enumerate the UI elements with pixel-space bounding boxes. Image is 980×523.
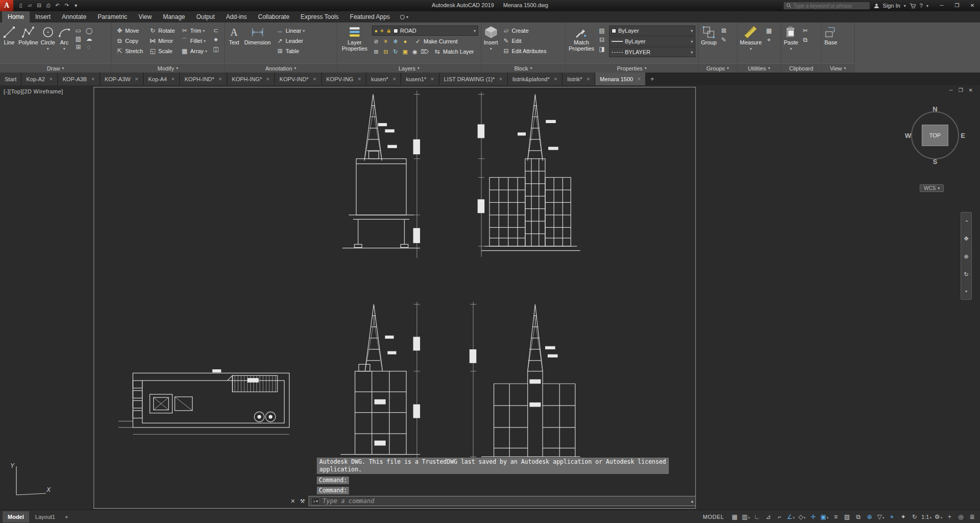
panel-label-block[interactable]: Block▾ bbox=[481, 63, 565, 73]
command-input-container[interactable]: ›▾ ▴ bbox=[309, 496, 696, 506]
dropdown-arrow-icon[interactable]: ▾ bbox=[203, 29, 205, 33]
viewport-controls[interactable]: [-][Top][2D Wireframe] bbox=[4, 88, 63, 94]
navigation-wheel-icon[interactable]: ◔ bbox=[965, 218, 968, 224]
layer-tool-icon[interactable]: ↻ bbox=[391, 49, 400, 55]
close-tab-icon[interactable]: ✕ bbox=[499, 77, 503, 82]
ortho-icon[interactable]: ⌐ bbox=[774, 512, 785, 522]
ribbon-tab-featured-apps[interactable]: Featured Apps bbox=[344, 11, 395, 22]
layer-tool-icon[interactable]: ❄ bbox=[391, 38, 400, 45]
redo-icon[interactable]: ↷ bbox=[62, 2, 71, 10]
text-button[interactable]: A Text bbox=[227, 24, 241, 45]
file-tab[interactable]: KOPH-ING*✕ bbox=[227, 73, 275, 85]
file-tab[interactable]: Start bbox=[0, 73, 21, 85]
osnap-tracking-icon[interactable]: ✛ bbox=[808, 512, 819, 522]
gizmo-icon[interactable]: ⌖ bbox=[886, 512, 897, 522]
doc-close-icon[interactable]: ✕ bbox=[969, 87, 973, 93]
close-tab-icon[interactable]: ✕ bbox=[171, 77, 175, 82]
panel-label-layers[interactable]: Layers▾ bbox=[337, 63, 481, 73]
ribbon-tab-view[interactable]: View bbox=[133, 11, 157, 22]
command-prompt-icon[interactable]: ›▾ bbox=[311, 497, 320, 505]
command-customize-icon[interactable]: ⚒ bbox=[299, 498, 306, 505]
draw-tool-icon[interactable]: ◌ bbox=[84, 43, 94, 51]
model-space-tab[interactable]: Model bbox=[3, 511, 29, 522]
viewcube-south[interactable]: S bbox=[933, 158, 938, 165]
ribbon-display-toggle[interactable]: ▾ bbox=[395, 11, 413, 22]
lineweight-icon[interactable]: ≡ bbox=[830, 512, 841, 522]
doc-minimize-icon[interactable]: ─ bbox=[949, 87, 953, 93]
help-search[interactable] bbox=[783, 2, 870, 10]
scale-button[interactable]: ◱Scale bbox=[147, 46, 176, 56]
create-block-button[interactable]: ▱Create bbox=[501, 26, 548, 36]
infer-constraints-icon[interactable]: ∟ bbox=[752, 512, 762, 522]
file-tab[interactable]: KOPV-ING✕ bbox=[322, 73, 367, 85]
dropdown-arrow-icon[interactable]: ▾ bbox=[47, 46, 49, 52]
lineweight-dropdown[interactable]: ByLayer▾ bbox=[609, 36, 695, 46]
group-edit-icon[interactable]: ✎ bbox=[719, 36, 729, 43]
autoscale-icon[interactable]: ↻ bbox=[909, 512, 920, 522]
close-tab-icon[interactable]: ✕ bbox=[358, 77, 362, 82]
modify-tool-icon[interactable]: ◫ bbox=[212, 45, 221, 53]
dropdown-arrow-icon[interactable]: ▾ bbox=[691, 39, 693, 44]
viewcube-west[interactable]: W bbox=[905, 132, 911, 139]
layer-properties-button[interactable]: Layer Properties bbox=[340, 24, 369, 52]
leader-button[interactable]: ↗Leader bbox=[274, 36, 307, 46]
draw-tool-icon[interactable]: ◯ bbox=[84, 27, 94, 34]
close-tab-icon[interactable]: ✕ bbox=[554, 77, 558, 82]
ribbon-tab-manage[interactable]: Manage bbox=[157, 11, 191, 22]
selection-filter-icon[interactable]: ▽▾ bbox=[875, 512, 886, 522]
draw-tool-icon[interactable]: ▨ bbox=[74, 35, 83, 42]
isolate-objects-icon[interactable]: ◎ bbox=[955, 512, 966, 522]
ribbon-tab-annotate[interactable]: Annotate bbox=[56, 11, 92, 22]
close-tab-icon[interactable]: ✕ bbox=[49, 77, 53, 82]
file-tab[interactable]: KOPH-IND*✕ bbox=[180, 73, 227, 85]
dynamic-ucs-icon[interactable]: ⊕ bbox=[864, 512, 875, 522]
panel-label-draw[interactable]: Draw▾ bbox=[0, 63, 111, 73]
search-input[interactable] bbox=[794, 3, 867, 9]
drawing-canvas[interactable] bbox=[94, 87, 696, 509]
group-button[interactable]: Group bbox=[701, 24, 717, 45]
navigation-bar[interactable]: ◔ ✥ ⊕ ↻ ▾ bbox=[961, 212, 972, 300]
viewcube[interactable]: N W E S TOP bbox=[906, 107, 964, 164]
file-tab[interactable]: Kop-A4✕ bbox=[144, 73, 180, 85]
snap-icon[interactable]: ▥▾ bbox=[740, 512, 751, 522]
line-button[interactable]: Line bbox=[3, 24, 16, 45]
autocad-logo[interactable]: A bbox=[0, 0, 13, 11]
dropdown-arrow-icon[interactable]: ▾ bbox=[205, 49, 207, 54]
make-current-button[interactable]: ✓Make Current bbox=[412, 36, 459, 46]
restore-button[interactable]: ❐ bbox=[949, 0, 965, 11]
open-file-icon[interactable]: ▱ bbox=[26, 2, 34, 10]
app-store-cart-icon[interactable] bbox=[909, 3, 916, 9]
file-tab[interactable]: KOPV-IND*✕ bbox=[275, 73, 321, 85]
properties-tool-icon[interactable]: ⊟ bbox=[597, 36, 606, 43]
layer-tool-icon[interactable]: ⌦ bbox=[421, 49, 429, 55]
undo-icon[interactable]: ↶ bbox=[53, 2, 62, 10]
layer-tool-icon[interactable]: ⊞ bbox=[372, 49, 380, 55]
osnap-icon[interactable]: ▣▾ bbox=[819, 512, 830, 522]
layer-tool-icon[interactable]: ☀ bbox=[382, 38, 390, 45]
close-tab-icon[interactable]: ✕ bbox=[587, 77, 591, 82]
panel-label-utilities[interactable]: Utilities▾ bbox=[737, 63, 781, 73]
match-layer-button[interactable]: ⇆Match Layer bbox=[432, 46, 476, 57]
edit-attributes-button[interactable]: ⊟Edit Attributes bbox=[501, 46, 548, 56]
polyline-button[interactable]: Polyline bbox=[18, 24, 38, 45]
paste-button[interactable]: Paste ▾ bbox=[784, 24, 798, 52]
command-close-icon[interactable]: ✕ bbox=[289, 498, 296, 505]
copy-button[interactable]: ⧉Copy bbox=[114, 36, 145, 46]
minimize-button[interactable]: ─ bbox=[934, 0, 949, 11]
file-tab[interactable]: KOP-A3B✕ bbox=[58, 73, 100, 85]
plot-icon[interactable]: ⎙ bbox=[44, 2, 53, 10]
file-tab[interactable]: Kop-A2✕ bbox=[21, 73, 58, 85]
match-properties-button[interactable]: Match Properties bbox=[568, 24, 595, 52]
navbar-more-icon[interactable]: ▾ bbox=[965, 289, 967, 294]
panel-label-modify[interactable]: Modify▾ bbox=[111, 63, 224, 73]
ribbon-tab-insert[interactable]: Insert bbox=[30, 11, 56, 22]
circle-button[interactable]: Circle ▾ bbox=[41, 24, 55, 52]
dropdown-arrow-icon[interactable]: ▾ bbox=[490, 46, 492, 52]
close-tab-icon[interactable]: ✕ bbox=[91, 77, 95, 82]
file-tab[interactable]: KOP-A3W✕ bbox=[100, 73, 144, 85]
ribbon-tab-collaborate[interactable]: Collaborate bbox=[252, 11, 295, 22]
command-input[interactable] bbox=[322, 497, 688, 505]
viewcube-east[interactable]: E bbox=[961, 132, 965, 139]
panel-label-clipboard[interactable]: Clipboard bbox=[781, 63, 821, 73]
pan-icon[interactable]: ✥ bbox=[964, 235, 968, 242]
